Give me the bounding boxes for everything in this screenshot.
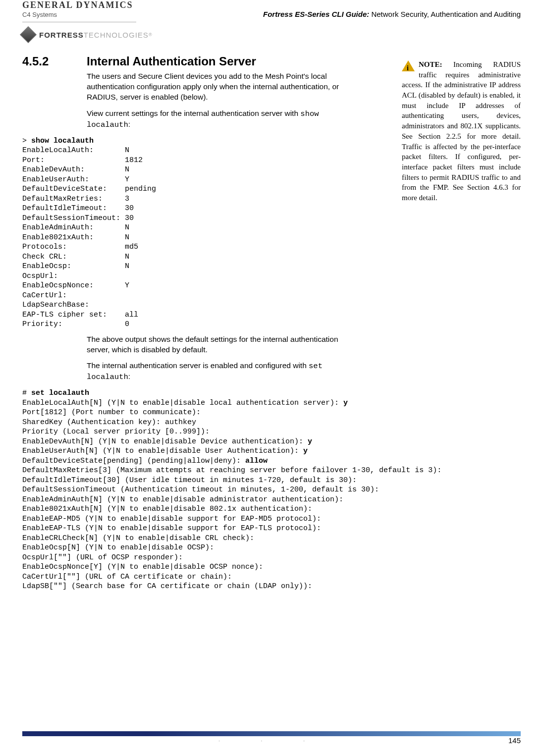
page-number: 145: [508, 736, 521, 745]
p4-a: The internal authentication server is en…: [87, 361, 309, 370]
header-rule: [22, 22, 136, 22]
body-text-2: The above output shows the default setti…: [87, 334, 347, 383]
body-text: The users and Secure Client devices you …: [87, 71, 347, 130]
gd-logo-sub: C4 Systems: [22, 11, 57, 18]
paragraph-2: View current settings for the internal a…: [87, 108, 347, 130]
note-text: Incoming RADIUS traffic requires adminis…: [402, 60, 521, 202]
registered-icon: ®: [149, 32, 152, 37]
p2-b: :: [128, 120, 130, 128]
section-number: 4.5.2: [22, 54, 87, 68]
footer-bar: [22, 731, 521, 736]
note-icon: [402, 59, 416, 72]
diamond-icon: [20, 26, 37, 43]
gd-logo-top: GENERAL DYNAMICS: [22, 0, 133, 10]
guide-title-bold: Fortress ES-Series CLI Guide:: [263, 10, 369, 18]
code-block-set-localauth: # set localauth EnableLocalAuth[N] (Y|N …: [22, 388, 521, 592]
page-footer: · · · 145: [22, 731, 521, 744]
paragraph-3: The above output shows the default setti…: [87, 334, 347, 355]
p4-b: :: [128, 372, 130, 380]
paragraph-4: The internal authentication server is en…: [87, 361, 347, 382]
p2-a: View current settings for the internal a…: [87, 109, 300, 117]
note-label: NOTE:: [419, 60, 442, 68]
fortress-text-light: TECHNOLOGIES: [84, 31, 149, 39]
fortress-logo: FORTRESSTECHNOLOGIES®: [22, 29, 152, 41]
fortress-text-bold: FORTRESS: [39, 31, 84, 39]
page-header: GENERAL DYNAMICS C4 Systems FORTRESSTECH…: [22, 0, 521, 50]
paragraph-1: The users and Secure Client devices you …: [87, 71, 347, 103]
guide-title: Fortress ES-Series CLI Guide: Network Se…: [263, 10, 521, 18]
side-note: NOTE: Incoming RADIUS traffic requires a…: [402, 59, 521, 203]
content-area: 4.5.2 Internal Authentication Server NOT…: [22, 54, 521, 592]
guide-title-rest: Network Security, Authentication and Aud…: [369, 10, 521, 18]
section-title: Internal Authentication Server: [87, 54, 256, 68]
footer-dots: · · ·: [22, 738, 521, 744]
